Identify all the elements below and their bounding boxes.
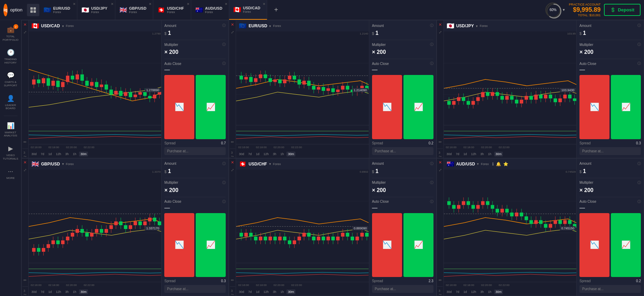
purchase-button-usdjpy[interactable]: Purchase at... — [579, 147, 641, 155]
purchase-button-usdcad[interactable]: Purchase at... — [164, 147, 226, 155]
chart-draw-icon-usdjpy[interactable]: ✏ — [437, 140, 443, 145]
tf-btn-7d-usdchf[interactable]: 7d — [247, 289, 253, 294]
tf-btn-1h-gbpusd[interactable]: 1h — [71, 289, 78, 294]
chart-expand-icon-usdchf[interactable]: ⤢ — [230, 168, 235, 173]
tf-btn-30d-audusd[interactable]: 30d — [445, 289, 453, 294]
auto-close-info-icon-eurusd[interactable]: ⓘ — [430, 61, 433, 66]
multiplier-info-icon-eurusd[interactable]: ⓘ — [430, 42, 433, 47]
tab-close-gbpusd[interactable]: ✕ — [149, 2, 152, 6]
multiplier-info-icon-usdcad[interactable]: ⓘ — [222, 42, 226, 47]
tf-btn-30d-usdcad[interactable]: 30d — [30, 152, 38, 156]
sell-button-audusd[interactable]: 📉 — [579, 213, 609, 277]
tf-btn-12h-usdchf[interactable]: 12h — [262, 289, 270, 294]
purchase-button-gbpusd[interactable]: Purchase at... — [164, 285, 226, 293]
progress-ring[interactable]: 60% — [545, 2, 560, 18]
multiplier-info-icon-gbpusd[interactable]: ⓘ — [222, 180, 226, 185]
amount-info-icon-eurusd[interactable]: ⓘ — [430, 23, 433, 28]
tab-close-usdcad[interactable]: ✕ — [263, 2, 265, 6]
amount-info-icon-usdcad[interactable]: ⓘ — [222, 23, 226, 28]
chart-area-audusd[interactable]: 15s 0.745150 0.74529 2020.12.08 02:19:30… — [444, 170, 576, 296]
chart-close-icon-audusd[interactable]: ✕ — [437, 160, 443, 165]
tf-btn-12h-gbpusd[interactable]: 12h — [55, 289, 62, 294]
chart-dropdown-eurusd[interactable]: ▾ — [269, 24, 271, 28]
chart-expand-icon-usdjpy[interactable]: ⤢ — [437, 29, 443, 35]
sidebar-item-history[interactable]: 🕐 TRADINGHISTORY — [1, 46, 20, 67]
logo-icon[interactable]: iq — [3, 4, 8, 16]
tab-audusd[interactable]: ✕ 🇦🇺 AUD/USD Forex — [191, 0, 229, 20]
chart-dropdown-usdchf[interactable]: ▾ — [269, 162, 271, 166]
chart-draw-icon-eurusd[interactable]: ✏ — [230, 140, 235, 145]
chart-indicator-icon-usdjpy[interactable]: 3〜 — [437, 152, 443, 158]
amount-info-icon-usdchf[interactable]: ⓘ — [430, 161, 433, 166]
tf-btn-30m-usdjpy[interactable]: 30m — [494, 152, 503, 156]
chart-indicator-icon-gbpusd[interactable]: 3〜 — [22, 290, 28, 296]
tf-btn-7d-audusd[interactable]: 7d — [455, 289, 461, 294]
tf-btn-3h-eurusd[interactable]: 3h — [271, 152, 277, 156]
chart-dropdown-usdcad[interactable]: ▾ — [62, 24, 64, 28]
chart-indicator-icon-audusd[interactable]: 3〜 — [437, 290, 443, 296]
tab-close-eurusd[interactable]: ✕ — [73, 2, 76, 6]
tf-btn-30d-usdjpy[interactable]: 30d — [445, 152, 453, 156]
tf-btn-1h-usdjpy[interactable]: 1h — [487, 152, 493, 156]
tf-btn-1h-usdchf[interactable]: 1h — [279, 289, 285, 294]
tf-btn-1d-usdchf[interactable]: 1d — [254, 289, 261, 294]
tf-btn-30m-eurusd[interactable]: 30m — [286, 152, 295, 156]
tf-btn-30m-gbpusd[interactable]: 30m — [79, 289, 88, 294]
tf-btn-12h-usdjpy[interactable]: 12h — [470, 152, 478, 156]
tf-btn-1d-eurusd[interactable]: 1d — [254, 152, 261, 156]
multiplier-info-icon-usdchf[interactable]: ⓘ — [430, 180, 433, 185]
multiplier-info-icon-usdjpy[interactable]: ⓘ — [637, 42, 641, 47]
buy-button-usdcad[interactable]: 📈 — [196, 75, 226, 139]
star-icon[interactable]: ⭐ — [503, 162, 508, 166]
chart-dropdown-gbpusd[interactable]: ▾ — [62, 162, 64, 166]
tf-btn-1h-audusd[interactable]: 1h — [487, 289, 493, 294]
sidebar-item-more[interactable]: ··· MORE — [1, 164, 20, 183]
purchase-button-eurusd[interactable]: Purchase at... — [372, 147, 433, 155]
tab-eurusd[interactable]: ✕ 🇪🇺 EUR/USD Forex — [39, 0, 77, 20]
tf-btn-12h-audusd[interactable]: 12h — [470, 289, 478, 294]
tab-usdjpy[interactable]: ✕ 🇯🇵 USD/JPY Forex — [77, 0, 115, 20]
auto-close-info-icon-audusd[interactable]: ⓘ — [637, 199, 641, 204]
chart-area-usdjpy[interactable]: 15s 103.9430 103.95 02:16:0002:18:0002:2… — [444, 31, 576, 158]
tf-btn-7d-eurusd[interactable]: 7d — [247, 152, 253, 156]
buy-button-usdjpy[interactable]: 📈 — [611, 75, 641, 139]
tab-gbpusd[interactable]: ✕ 🇬🇧 GBP/USD Forex — [115, 0, 153, 20]
chart-draw-icon-gbpusd[interactable]: ✏ — [22, 277, 28, 283]
chart-area-usdchf[interactable]: 15s 0.889090 0.8902 02:16:0002:18:0002:2… — [236, 170, 369, 296]
sell-button-usdchf[interactable]: 📉 — [372, 213, 402, 277]
tf-btn-30d-gbpusd[interactable]: 30d — [30, 289, 38, 294]
tf-btn-3h-usdcad[interactable]: 3h — [64, 152, 70, 156]
auto-close-info-icon-usdjpy[interactable]: ⓘ — [637, 61, 641, 66]
tf-btn-7d-usdjpy[interactable]: 7d — [455, 152, 461, 156]
chart-indicator-icon-eurusd[interactable]: 3〜 — [230, 152, 235, 158]
auto-close-info-icon-usdcad[interactable]: ⓘ — [222, 61, 226, 66]
buy-button-usdchf[interactable]: 📈 — [403, 213, 433, 277]
tab-close-usdjpy[interactable]: ✕ — [111, 2, 114, 6]
chart-indicator-icon-usdchf[interactable]: 3〜 — [230, 290, 235, 296]
tf-btn-30d-eurusd[interactable]: 30d — [237, 152, 245, 156]
auto-close-info-icon-usdchf[interactable]: ⓘ — [430, 199, 433, 204]
info-icon[interactable]: ℹ — [492, 162, 494, 166]
tf-btn-7d-usdcad[interactable]: 7d — [39, 152, 46, 156]
sell-button-usdjpy[interactable]: 📉 — [579, 75, 609, 139]
chart-close-icon-gbpusd[interactable]: ✕ — [22, 160, 28, 165]
amount-info-icon-gbpusd[interactable]: ⓘ — [222, 161, 226, 166]
sidebar-item-market[interactable]: 📊 MARKETANALYSIS — [1, 119, 20, 140]
amount-info-icon-usdjpy[interactable]: ⓘ — [637, 23, 641, 28]
bell-icon[interactable]: 🔔 — [496, 162, 501, 166]
tf-btn-12h-usdcad[interactable]: 12h — [55, 152, 62, 156]
tf-btn-30d-usdchf[interactable]: 30d — [237, 289, 245, 294]
tab-close-usdchf[interactable]: ✕ — [187, 2, 189, 6]
tab-usdcad[interactable]: ✕ 🇨🇦 USD/CAD Forex — [229, 0, 267, 20]
tf-btn-30m-usdchf[interactable]: 30m — [286, 289, 295, 294]
chart-draw-icon-audusd[interactable]: ✏ — [437, 277, 443, 283]
deposit-button[interactable]: 💲 Deposit — [604, 4, 641, 16]
auto-close-info-icon-gbpusd[interactable]: ⓘ — [222, 199, 226, 204]
chart-draw-icon-usdchf[interactable]: ✏ — [230, 277, 235, 283]
tf-btn-3h-gbpusd[interactable]: 3h — [64, 289, 70, 294]
chart-close-icon-usdchf[interactable]: ✕ — [230, 160, 235, 165]
sidebar-item-leaderboard[interactable]: 👤 LEADERBOARD — [1, 92, 20, 113]
tf-btn-1h-usdcad[interactable]: 1h — [71, 152, 78, 156]
chart-area-gbpusd[interactable]: 15s 1.337170 1.3370 02:16:0002:18:0002:2… — [29, 170, 161, 296]
chart-close-icon-eurusd[interactable]: ✕ — [230, 22, 235, 27]
